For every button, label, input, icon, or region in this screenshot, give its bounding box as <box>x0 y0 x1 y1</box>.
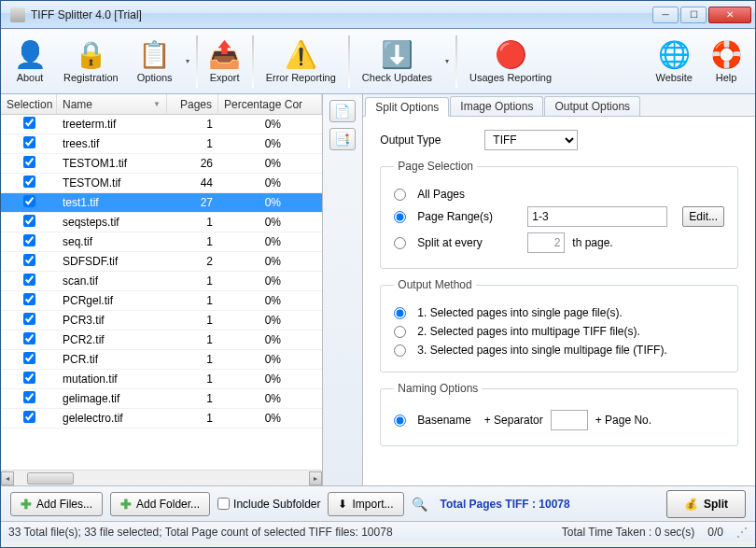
split-every-suffix: th page. <box>572 236 612 249</box>
table-row[interactable]: seq.tif10% <box>1 232 322 252</box>
mid-toolbar: 📄 📑 <box>323 94 364 485</box>
table-row[interactable]: trees.tif10% <box>1 134 322 154</box>
col-name[interactable]: Name▼ <box>57 94 167 114</box>
options-button[interactable]: 📋Options <box>129 32 181 91</box>
row-checkbox[interactable] <box>23 215 35 227</box>
table-row[interactable]: treeterm.tif10% <box>1 115 322 134</box>
about-button[interactable]: 👤About <box>7 32 53 91</box>
row-percentage: 0% <box>218 118 298 131</box>
import-button[interactable]: ⬇Import... <box>328 492 403 516</box>
website-button[interactable]: 🌐Website <box>647 32 701 91</box>
row-checkbox[interactable] <box>23 274 35 286</box>
output-type-select[interactable]: TIFF <box>484 130 578 150</box>
help-icon: 🛟 <box>711 40 741 70</box>
error-reporting-button[interactable]: ⚠️Error Reporting <box>258 32 344 91</box>
page-ranges-radio[interactable] <box>394 211 406 223</box>
om2-radio[interactable] <box>394 326 406 338</box>
separator-input[interactable] <box>551 410 588 430</box>
page-range-input[interactable] <box>527 206 667 227</box>
total-pages-label: Total Pages TIFF : 10078 <box>441 498 570 511</box>
table-row[interactable]: TESTOM.tif440% <box>1 174 322 193</box>
split-every-radio[interactable] <box>394 237 406 249</box>
om3-label: 3. Selected pages into single multipage … <box>417 344 666 357</box>
remove-all-button[interactable]: 📑 <box>329 128 356 150</box>
separator <box>196 35 198 88</box>
chart-icon: 🔴 <box>496 40 525 70</box>
row-name: seqsteps.tif <box>57 216 167 229</box>
table-row[interactable]: mutation.tif10% <box>1 370 322 389</box>
scroll-left-arrow[interactable]: ◂ <box>1 471 14 485</box>
row-checkbox[interactable] <box>23 136 35 148</box>
resize-grip-icon[interactable]: ⋰ <box>736 526 748 539</box>
updates-dropdown[interactable]: ▾ <box>442 32 452 91</box>
basename-radio[interactable] <box>394 415 406 427</box>
row-pages: 1 <box>167 314 218 327</box>
help-button[interactable]: 🛟Help <box>703 32 749 91</box>
row-checkbox[interactable] <box>23 372 35 384</box>
table-row[interactable]: gelelectro.tif10% <box>1 409 322 429</box>
table-row[interactable]: scan.tif10% <box>1 272 322 291</box>
row-checkbox[interactable] <box>23 352 35 364</box>
tab-split-options[interactable]: Split Options <box>365 97 449 117</box>
maximize-button[interactable]: ☐ <box>680 7 707 23</box>
row-pages: 1 <box>167 235 218 248</box>
close-button[interactable]: ✕ <box>708 7 751 23</box>
row-checkbox[interactable] <box>23 195 35 207</box>
row-checkbox[interactable] <box>23 254 35 266</box>
warning-icon: ⚠️ <box>286 40 315 70</box>
row-name: PCRgel.tif <box>57 294 167 307</box>
row-checkbox-cell <box>1 195 57 210</box>
tab-image-options[interactable]: Image Options <box>450 96 543 116</box>
edit-button[interactable]: Edit... <box>682 206 724 227</box>
toolbar: 👤About 🔒Registration 📋Options ▾ 📤Export … <box>1 29 755 94</box>
grid-body[interactable]: treeterm.tif10%trees.tif10%TESTOM1.tif26… <box>1 115 322 470</box>
options-pane: Split Options Image Options Output Optio… <box>363 94 755 485</box>
table-row[interactable]: gelimage.tif10% <box>1 389 322 409</box>
registration-button[interactable]: 🔒Registration <box>55 32 127 91</box>
split-every-spinner[interactable] <box>527 232 565 253</box>
col-selection[interactable]: Selection <box>1 94 57 114</box>
row-checkbox[interactable] <box>23 234 35 246</box>
magnifier-icon[interactable]: 🔍 <box>412 497 427 512</box>
om1-radio[interactable] <box>394 307 406 319</box>
row-checkbox[interactable] <box>23 411 35 423</box>
check-updates-button[interactable]: ⬇️Check Updates <box>354 32 441 91</box>
all-pages-radio[interactable] <box>394 189 406 201</box>
row-checkbox-cell <box>1 293 57 308</box>
row-checkbox[interactable] <box>23 293 35 305</box>
table-row[interactable]: seqsteps.tif10% <box>1 213 322 232</box>
row-checkbox[interactable] <box>23 313 35 325</box>
table-row[interactable]: PCR3.tif10% <box>1 311 322 330</box>
row-percentage: 0% <box>218 157 298 170</box>
table-row[interactable]: PCR2.tif10% <box>1 330 322 350</box>
row-checkbox[interactable] <box>23 391 35 403</box>
horizontal-scrollbar[interactable]: ◂ ▸ <box>1 470 322 485</box>
tab-output-options[interactable]: Output Options <box>544 96 640 116</box>
add-folder-button[interactable]: ✚Add Folder... <box>110 492 210 516</box>
col-percentage[interactable]: Percentage Cor <box>218 94 322 114</box>
table-row[interactable]: test1.tif270% <box>1 193 322 213</box>
table-row[interactable]: TESTOM1.tif260% <box>1 154 322 174</box>
usages-reporting-button[interactable]: 🔴Usages Reporting <box>461 32 560 91</box>
include-subfolder-checkbox[interactable] <box>217 498 230 510</box>
include-subfolder-label[interactable]: Include Subfolder <box>217 498 320 511</box>
table-row[interactable]: PCRgel.tif10% <box>1 291 322 311</box>
export-button[interactable]: 📤Export <box>202 32 248 91</box>
tab-body: Output Type TIFF Page Selection All Page… <box>363 116 755 485</box>
col-pages[interactable]: Pages <box>167 94 218 114</box>
table-row[interactable]: PCR.tif10% <box>1 350 322 370</box>
row-checkbox[interactable] <box>23 332 35 344</box>
scroll-thumb[interactable] <box>27 472 74 485</box>
table-row[interactable]: SDFSDF.tif20% <box>1 252 322 272</box>
om3-radio[interactable] <box>394 344 406 357</box>
row-checkbox[interactable] <box>23 176 35 188</box>
add-files-button[interactable]: ✚Add Files... <box>10 492 103 516</box>
remove-selected-button[interactable]: 📄 <box>329 100 356 122</box>
split-button[interactable]: 💰Split <box>666 490 746 518</box>
minimize-button[interactable]: ─ <box>652 7 679 23</box>
row-pages: 2 <box>167 255 218 268</box>
row-checkbox[interactable] <box>23 117 35 129</box>
scroll-right-arrow[interactable]: ▸ <box>309 471 322 485</box>
row-checkbox[interactable] <box>23 156 35 168</box>
options-dropdown[interactable]: ▾ <box>183 32 192 91</box>
